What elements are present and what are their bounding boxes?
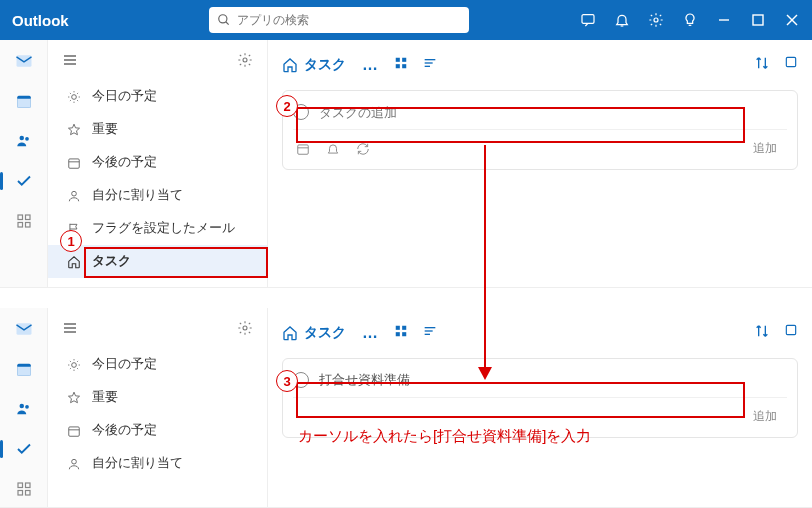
sidebar-item-flagged[interactable]: フラグを設定したメール: [48, 212, 267, 245]
chat-icon[interactable]: [580, 12, 596, 28]
circle-icon[interactable]: [293, 104, 309, 120]
hamburger-icon[interactable]: [62, 320, 78, 340]
star-icon: [66, 122, 82, 138]
add-task-row[interactable]: [293, 95, 787, 129]
close-button[interactable]: [784, 12, 800, 28]
add-task-input[interactable]: [319, 105, 787, 120]
list-title[interactable]: タスク: [282, 56, 346, 74]
search-input[interactable]: [237, 13, 461, 27]
sidebar-item-label: 自分に割り当て: [92, 455, 183, 472]
sidebar-item-tasks[interactable]: タスク: [48, 245, 267, 278]
add-task-row[interactable]: [293, 363, 787, 397]
brand-label: Outlook: [12, 12, 69, 29]
calendar-icon[interactable]: [13, 90, 35, 112]
grid-view-icon[interactable]: [394, 324, 408, 342]
add-task-input[interactable]: [319, 373, 787, 388]
task-card: 追加: [282, 358, 798, 438]
sidebar: 今日の予定 重要 今後の予定 自分に割り当て フラグを設定したメール タスク: [48, 40, 268, 287]
svg-line-1: [225, 22, 228, 25]
main-pane: タスク … 追加: [268, 308, 812, 507]
svg-point-38: [19, 404, 24, 409]
sidebar-item-today[interactable]: 今日の予定: [48, 80, 267, 113]
more-apps-icon[interactable]: [13, 210, 35, 232]
tips-icon[interactable]: [682, 12, 698, 28]
sidebar-item-important[interactable]: 重要: [48, 113, 267, 146]
svg-rect-14: [25, 215, 30, 220]
outlook-panel-after: 今日の予定 重要 今後の予定 自分に割り当て タスク …: [0, 308, 812, 508]
svg-rect-26: [402, 58, 406, 62]
sort-icon[interactable]: [754, 55, 770, 75]
more-menu[interactable]: …: [362, 324, 378, 342]
svg-rect-43: [25, 491, 30, 496]
reminder-icon[interactable]: [325, 141, 341, 157]
circle-icon[interactable]: [293, 372, 309, 388]
svg-rect-37: [17, 367, 31, 376]
person-icon: [66, 456, 82, 472]
gear-icon[interactable]: [237, 52, 253, 72]
list-view-icon[interactable]: [422, 323, 438, 343]
sidebar-item-label: 今日の予定: [92, 88, 157, 105]
sort-icon[interactable]: [754, 323, 770, 343]
sidebar-item-upcoming[interactable]: 今後の予定: [48, 414, 267, 447]
svg-rect-42: [18, 491, 23, 496]
sun-icon: [66, 357, 82, 373]
calendar-small-icon: [66, 155, 82, 171]
tasks-icon[interactable]: [13, 170, 35, 192]
home-icon: [282, 57, 298, 73]
add-button[interactable]: 追加: [743, 404, 787, 429]
svg-rect-59: [786, 325, 795, 334]
people-icon[interactable]: [13, 398, 35, 420]
svg-rect-13: [18, 215, 23, 220]
list-title[interactable]: タスク: [282, 324, 346, 342]
svg-rect-41: [25, 483, 30, 488]
svg-point-39: [25, 405, 29, 409]
svg-rect-22: [69, 158, 80, 167]
svg-rect-15: [18, 223, 23, 228]
list-view-icon[interactable]: [422, 55, 438, 75]
people-icon[interactable]: [13, 130, 35, 152]
svg-point-11: [19, 136, 24, 141]
minimize-button[interactable]: [716, 12, 732, 28]
more-menu[interactable]: …: [362, 56, 378, 74]
maximize-button[interactable]: [750, 12, 766, 28]
bell-icon[interactable]: [614, 12, 630, 28]
svg-rect-16: [25, 223, 30, 228]
svg-rect-40: [18, 483, 23, 488]
more-apps-icon[interactable]: [13, 478, 35, 500]
sidebar-item-label: フラグを設定したメール: [92, 220, 235, 237]
grid-view-icon[interactable]: [394, 56, 408, 74]
main-header: タスク …: [282, 318, 798, 348]
sidebar-item-label: 今後の予定: [92, 422, 157, 439]
sun-icon: [66, 89, 82, 105]
sidebar-item-upcoming[interactable]: 今後の予定: [48, 146, 267, 179]
hamburger-icon[interactable]: [62, 52, 78, 72]
tasks-icon[interactable]: [13, 438, 35, 460]
sidebar-item-important[interactable]: 重要: [48, 381, 267, 414]
search-box[interactable]: [209, 7, 469, 33]
suggestions-icon[interactable]: [784, 55, 798, 75]
add-button[interactable]: 追加: [743, 136, 787, 161]
person-icon: [66, 188, 82, 204]
suggestions-icon[interactable]: [784, 323, 798, 343]
outlook-panel-before: 今日の予定 重要 今後の予定 自分に割り当て フラグを設定したメール タスク タ…: [0, 40, 812, 288]
svg-point-51: [72, 459, 77, 464]
main-header: タスク …: [282, 50, 798, 80]
gear-icon[interactable]: [648, 12, 664, 28]
sidebar-item-label: 重要: [92, 389, 118, 406]
sidebar-item-label: 今日の予定: [92, 356, 157, 373]
svg-rect-5: [753, 15, 763, 25]
calendar-icon[interactable]: [13, 358, 35, 380]
gear-icon[interactable]: [237, 320, 253, 340]
sidebar-item-label: タスク: [92, 253, 131, 270]
mail-icon[interactable]: [13, 318, 35, 340]
sidebar-item-label: 自分に割り当て: [92, 187, 183, 204]
repeat-icon[interactable]: [355, 141, 371, 157]
sidebar-item-assigned[interactable]: 自分に割り当て: [48, 179, 267, 212]
sidebar-item-assigned[interactable]: 自分に割り当て: [48, 447, 267, 480]
svg-rect-55: [402, 332, 406, 336]
due-date-icon[interactable]: [295, 141, 311, 157]
svg-rect-10: [17, 99, 31, 108]
mail-icon[interactable]: [13, 50, 35, 72]
sidebar-item-today[interactable]: 今日の予定: [48, 348, 267, 381]
list-title-label: タスク: [304, 56, 346, 74]
